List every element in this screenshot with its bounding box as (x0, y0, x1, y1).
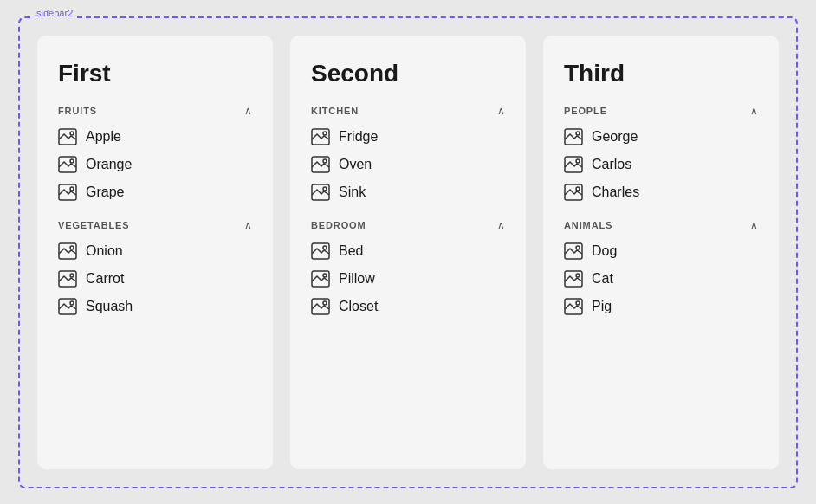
item-label: Fridge (339, 129, 378, 145)
section-header-label-vegetables: VEGETABLES (58, 220, 130, 230)
section-header-label-people: PEOPLE (564, 106, 607, 116)
section-items-fruits: AppleOrangeGrape (58, 127, 252, 202)
image-placeholder-icon (58, 183, 77, 202)
section-header-people[interactable]: PEOPLE∧ (564, 105, 758, 117)
svg-point-17 (323, 187, 327, 191)
section-kitchen: KITCHEN∧FridgeOvenSink (311, 105, 505, 202)
section-items-bedroom: BedPillowCloset (311, 242, 505, 316)
item-label: Oven (339, 157, 372, 172)
section-items-people: GeorgeCarlosCharles (564, 127, 758, 202)
item-label: Pillow (339, 271, 375, 287)
svg-point-11 (70, 301, 74, 305)
image-placeholder-icon (58, 269, 77, 288)
list-item[interactable]: Grape (58, 183, 252, 202)
svg-point-9 (70, 274, 74, 277)
section-people: PEOPLE∧GeorgeCarlosCharles (564, 105, 758, 202)
list-item[interactable]: Squash (58, 297, 252, 316)
item-label: Closet (339, 299, 378, 314)
section-header-label-bedroom: BEDROOM (311, 220, 366, 230)
item-label: Orange (86, 157, 132, 172)
list-item[interactable]: Sink (311, 183, 505, 202)
image-placeholder-icon (58, 297, 77, 316)
item-label: Apple (86, 129, 121, 145)
list-item[interactable]: Orange (58, 155, 252, 174)
section-bedroom: BEDROOM∧BedPillowCloset (311, 219, 505, 316)
item-label: Cat (592, 271, 613, 287)
list-item[interactable]: Carrot (58, 269, 252, 288)
column-card-third: ThirdPEOPLE∧GeorgeCarlosCharlesANIMALS∧D… (543, 36, 779, 469)
image-placeholder-icon (311, 183, 330, 202)
item-label: Dog (592, 243, 617, 259)
column-title-second: Second (311, 60, 505, 87)
image-placeholder-icon (311, 297, 330, 316)
section-header-bedroom[interactable]: BEDROOM∧ (311, 219, 505, 231)
list-item[interactable]: Pillow (311, 269, 505, 288)
image-placeholder-icon (58, 242, 77, 261)
section-items-kitchen: FridgeOvenSink (311, 127, 505, 202)
list-item[interactable]: Oven (311, 155, 505, 174)
list-item[interactable]: Bed (311, 242, 505, 261)
image-placeholder-icon (311, 242, 330, 261)
sidebar-label: .sidebar2 (30, 8, 76, 18)
list-item[interactable]: Dog (564, 242, 758, 261)
svg-point-13 (323, 132, 327, 135)
svg-point-25 (576, 132, 580, 135)
item-label: Onion (86, 243, 123, 259)
image-placeholder-icon (564, 242, 583, 261)
item-label: Grape (86, 184, 124, 200)
section-header-label-fruits: FRUITS (58, 106, 97, 116)
list-item[interactable]: Apple (58, 127, 252, 146)
svg-point-23 (323, 301, 327, 305)
section-header-kitchen[interactable]: KITCHEN∧ (311, 105, 505, 117)
svg-point-27 (576, 159, 580, 163)
image-placeholder-icon (564, 269, 583, 288)
image-placeholder-icon (564, 127, 583, 146)
item-label: Bed (339, 243, 363, 259)
columns-container: FirstFRUITS∧AppleOrangeGrapeVEGETABLES∧O… (37, 36, 779, 469)
column-card-second: SecondKITCHEN∧FridgeOvenSinkBEDROOM∧BedP… (290, 36, 526, 469)
section-fruits: FRUITS∧AppleOrangeGrape (58, 105, 252, 202)
section-header-animals[interactable]: ANIMALS∧ (564, 219, 758, 231)
image-placeholder-icon (311, 269, 330, 288)
list-item[interactable]: Fridge (311, 127, 505, 146)
svg-point-3 (70, 159, 74, 163)
item-label: Pig (592, 299, 612, 314)
section-header-vegetables[interactable]: VEGETABLES∧ (58, 219, 252, 231)
section-items-animals: DogCatPig (564, 242, 758, 316)
item-label: George (592, 129, 638, 145)
list-item[interactable]: Closet (311, 297, 505, 316)
image-placeholder-icon (564, 183, 583, 202)
svg-point-35 (576, 301, 580, 305)
list-item[interactable]: George (564, 127, 758, 146)
image-placeholder-icon (564, 155, 583, 174)
section-items-vegetables: OnionCarrotSquash (58, 242, 252, 316)
section-header-label-animals: ANIMALS (564, 220, 612, 230)
list-item[interactable]: Carlos (564, 155, 758, 174)
svg-point-19 (323, 246, 327, 249)
chevron-up-icon: ∧ (750, 105, 758, 117)
section-animals: ANIMALS∧DogCatPig (564, 219, 758, 316)
svg-point-7 (70, 246, 74, 249)
svg-point-5 (70, 187, 74, 191)
svg-point-1 (70, 132, 74, 135)
list-item[interactable]: Pig (564, 297, 758, 316)
image-placeholder-icon (58, 127, 77, 146)
section-header-label-kitchen: KITCHEN (311, 106, 359, 116)
list-item[interactable]: Charles (564, 183, 758, 202)
section-vegetables: VEGETABLES∧OnionCarrotSquash (58, 219, 252, 316)
item-label: Carlos (592, 157, 631, 172)
chevron-up-icon: ∧ (497, 105, 505, 117)
item-label: Carrot (86, 271, 124, 287)
image-placeholder-icon (58, 155, 77, 174)
list-item[interactable]: Cat (564, 269, 758, 288)
chevron-up-icon: ∧ (244, 219, 252, 231)
chevron-up-icon: ∧ (750, 219, 758, 231)
column-card-first: FirstFRUITS∧AppleOrangeGrapeVEGETABLES∧O… (37, 36, 273, 469)
list-item[interactable]: Onion (58, 242, 252, 261)
image-placeholder-icon (311, 127, 330, 146)
svg-point-31 (576, 246, 580, 249)
item-label: Squash (86, 299, 133, 314)
outer-container: .sidebar2 FirstFRUITS∧AppleOrangeGrapeVE… (18, 16, 798, 488)
section-header-fruits[interactable]: FRUITS∧ (58, 105, 252, 117)
image-placeholder-icon (564, 297, 583, 316)
